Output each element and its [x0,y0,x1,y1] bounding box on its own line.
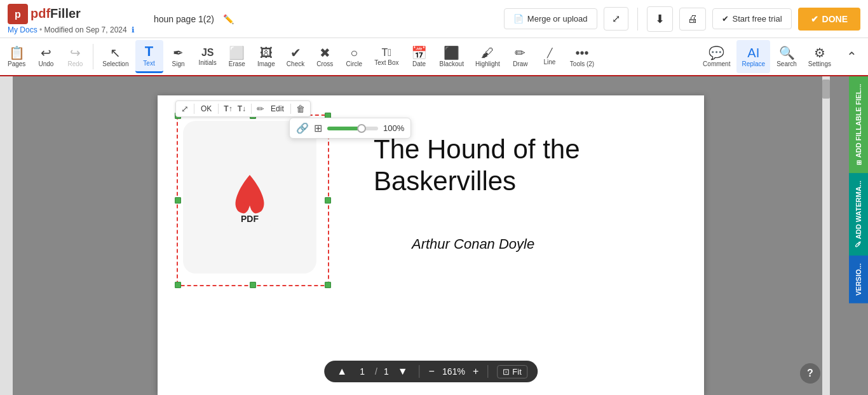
resize-handle-br[interactable] [325,282,331,288]
resize-handle-bm[interactable] [250,282,256,288]
current-page-input[interactable]: 1 [356,366,369,377]
fit-button[interactable]: ⊡ Fit [497,365,527,378]
start-trial-button[interactable]: ✔ Start free trial [712,8,792,29]
text-tool[interactable]: T Text [135,40,163,73]
left-scrollbar[interactable] [0,76,13,395]
erase-tool[interactable]: ⬜ Erase [223,40,251,73]
draw-icon: ✏ [515,46,526,59]
zoom-out-button[interactable]: − [429,366,435,377]
comment-tool[interactable]: 💬 Comment [698,40,735,73]
share-button[interactable]: ⤢ [604,7,628,31]
line-tool[interactable]: ╱ Line [536,40,564,73]
erase-icon: ⬜ [229,46,245,59]
resize-handle-ml[interactable] [175,197,181,204]
collapse-tool[interactable]: ⌃ [837,40,865,73]
textbox-icon: T⃞ [382,48,392,58]
shrink-text-icon[interactable]: T↓ [236,103,247,114]
zoom-level-display: 161% [441,366,466,377]
version-panel[interactable]: VERSIO... [849,256,868,303]
book-title: The Hound of the Baskervilles [374,134,666,198]
add-watermark-panel[interactable]: 🖊 ADD WATERMA... [849,173,868,256]
text-icon: T [145,45,153,59]
print-button[interactable]: 🖨 [679,8,706,31]
chevron-up-icon: ⌃ [846,50,857,63]
settings-tool[interactable]: ⚙ Settings [803,40,836,73]
mini-toolbar: ⤢ OK T↑ T↓ ✏ Edit 🗑 [175,100,311,117]
svg-text:PDF: PDF [241,214,259,224]
scrollbar-thumb[interactable] [822,80,830,99]
pages-icon: 📋 [9,46,25,59]
help-button[interactable]: ? [800,363,820,384]
image-tool[interactable]: 🖼 Image [252,40,280,73]
link-icon[interactable]: 🔗 [296,122,309,134]
add-fillable-panel[interactable]: ⊞ ADD FILLABLE FIEL... [849,76,868,173]
delete-icon[interactable]: 🗑 [295,102,306,115]
undo-tool[interactable]: ↩ Undo [32,40,60,73]
selection-tool[interactable]: ↖ Selection [97,40,133,73]
zoom-percent: 100% [383,123,404,133]
right-panels: ⊞ ADD FILLABLE FIEL... 🖊 ADD WATERMA... … [849,76,868,395]
edit-button[interactable]: Edit [268,103,287,114]
nav-divider-2 [487,365,488,378]
toolbar: 📋 Pages ↩ Undo ↪ Redo ↖ Selection T Text… [0,38,868,76]
blackout-tool[interactable]: ⬛ Blackout [435,40,469,73]
check-icon: ✔ [290,46,301,59]
canvas-scrollbar[interactable] [822,76,830,395]
sign-tool[interactable]: ✒ Sign [165,40,193,73]
zoom-in-button[interactable]: + [473,366,478,377]
doc-info: My Docs • Modified on Sep 7, 2024 ℹ [8,25,135,34]
date-icon: 📅 [411,46,427,59]
book-author: Arthur Conan Doyle [412,236,666,253]
done-check-icon: ✔ [811,14,818,24]
check-tool[interactable]: ✔ Check [281,40,309,73]
grow-text-icon[interactable]: T↑ [222,103,233,114]
pdf-thumbnail: PDF [183,121,316,274]
tools-icon: ••• [576,46,589,59]
cross-icon: ✖ [320,46,330,59]
done-button[interactable]: ✔ DONE [798,8,860,31]
my-docs-link[interactable]: My Docs [8,25,37,34]
highlight-tool[interactable]: 🖌 Highlight [470,40,505,73]
search-icon: 🔍 [779,46,795,59]
pages-tool[interactable]: 📋 Pages [3,40,31,73]
logo[interactable]: p pdfFiller [8,4,135,24]
image-small-icon[interactable]: ⊞ [314,122,322,134]
cross-tool[interactable]: ✖ Cross [311,40,339,73]
tools-tool[interactable]: ••• Tools (2) [565,40,599,73]
selection-icon: ↖ [110,46,121,59]
resize-handle-bl[interactable] [175,282,181,288]
zoom-slider[interactable] [327,127,378,130]
draw-tool[interactable]: ✏ Draw [506,40,534,73]
edit-icon[interactable]: ✏ [255,102,266,115]
redo-icon: ↪ [70,46,81,59]
highlight-icon: 🖌 [481,46,494,59]
zoom-slider-container[interactable] [327,127,378,130]
total-pages: 1 [384,366,389,377]
zoom-handle[interactable] [357,124,366,133]
merge-upload-button[interactable]: 📄 Merge or upload [504,8,597,29]
page-separator: / [375,366,377,377]
ok-button[interactable]: OK [198,103,214,114]
circle-tool[interactable]: ○ Circle [340,40,368,73]
date-tool[interactable]: 📅 Date [405,40,433,73]
move-icon[interactable]: ⤢ [180,102,190,115]
line-icon: ╱ [547,48,552,57]
initials-tool[interactable]: JS Initials [194,40,222,73]
logo-icon: p [8,4,28,24]
merge-icon: 📄 [513,14,524,24]
download-button[interactable]: ⬇ [647,6,673,32]
next-page-button[interactable]: ▼ [395,364,410,378]
search-tool[interactable]: 🔍 Search [771,40,802,73]
resize-handle-mr[interactable] [325,197,331,204]
bottom-nav: ▲ 1 / 1 ▼ − 161% + ⊡ Fit [324,361,538,382]
redo-tool[interactable]: ↪ Redo [61,40,89,73]
fillable-icon: ⊞ [855,160,862,165]
textbox-tool[interactable]: T⃞ Text Box [369,40,403,73]
page-content: The Hound of the Baskervilles Arthur Con… [374,121,666,253]
prev-page-button[interactable]: ▲ [334,364,349,378]
replace-tool[interactable]: AI Replace [736,40,770,73]
doc-title: houn page 1(2) [154,14,214,24]
edit-title-icon[interactable]: ✏️ [223,14,234,24]
canvas-area[interactable]: ⤢ OK T↑ T↓ ✏ Edit 🗑 [13,76,849,395]
acrobat-logo: PDF [224,169,275,226]
